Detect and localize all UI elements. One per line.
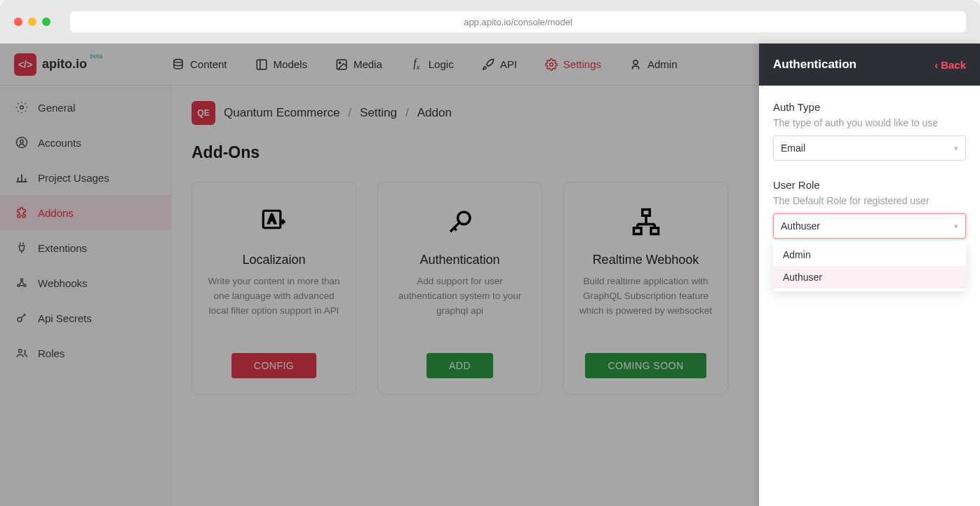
config-button[interactable]: CONFIG xyxy=(231,353,316,378)
breadcrumb-setting[interactable]: Setting xyxy=(360,106,397,120)
panel-body: Auth Type The type of auth you would lik… xyxy=(759,86,980,272)
card-webhook-desc: Build realtime application with GraphQL … xyxy=(577,274,715,338)
url-text: app.apito.io/console/model xyxy=(464,17,572,27)
sidebar-item-usages[interactable]: Project Usages xyxy=(0,160,171,195)
localization-icon: A xyxy=(260,201,289,243)
gear-icon xyxy=(15,101,28,114)
user-role-value: Authuser xyxy=(781,220,820,232)
coming-soon-button[interactable]: COMING SOON xyxy=(585,353,706,378)
svg-point-9 xyxy=(20,140,24,143)
sidebar-item-addons[interactable]: Addons xyxy=(0,195,171,230)
svg-rect-25 xyxy=(633,228,641,234)
card-authentication-desc: Add support for user authentication syst… xyxy=(391,274,529,338)
traffic-lights xyxy=(14,18,51,26)
sidebar-accounts-label: Accounts xyxy=(38,137,81,149)
svg-point-18 xyxy=(19,349,22,353)
card-webhook-title: Realtime Webhook xyxy=(593,253,699,267)
logo[interactable]: </> apito.io beta xyxy=(14,53,172,76)
nav-api[interactable]: API xyxy=(482,58,517,71)
breadcrumb-project[interactable]: Quantum Ecommerce xyxy=(224,106,340,120)
card-authentication: Authentication Add support for user auth… xyxy=(377,182,542,394)
logo-mark-icon: </> xyxy=(14,53,36,76)
panel-header: Authentication ‹ Back xyxy=(759,44,980,86)
nav-content-label: Content xyxy=(190,58,227,70)
gear-icon xyxy=(545,58,558,71)
svg-point-16 xyxy=(21,279,23,281)
nav-media[interactable]: Media xyxy=(335,58,382,71)
nav-content[interactable]: Content xyxy=(172,58,227,71)
auth-type-value: Email xyxy=(781,142,805,154)
add-button[interactable]: ADD xyxy=(427,353,493,378)
nav-api-label: API xyxy=(500,58,517,70)
puzzle-icon xyxy=(15,206,28,219)
nav-admin[interactable]: Admin xyxy=(629,58,678,71)
nav-settings[interactable]: Settings xyxy=(545,58,601,71)
auth-type-label: Auth Type xyxy=(773,101,966,113)
beta-badge: beta xyxy=(90,53,102,60)
svg-point-5 xyxy=(550,62,553,66)
window-minimize-icon[interactable] xyxy=(28,18,36,26)
nav-admin-label: Admin xyxy=(647,58,678,70)
sidebar-usages-label: Project Usages xyxy=(38,172,109,184)
user-icon xyxy=(629,58,642,71)
nav-logic[interactable]: fx Logic xyxy=(410,58,454,71)
function-icon: fx xyxy=(410,58,423,71)
nav-models-label: Models xyxy=(274,58,307,70)
url-bar[interactable]: app.apito.io/console/model xyxy=(70,11,966,32)
app-root: </> apito.io beta Content Models xyxy=(0,44,980,506)
breadcrumb-sep: / xyxy=(348,106,351,120)
auth-type-select[interactable]: Email ▾ xyxy=(773,135,966,161)
svg-point-14 xyxy=(18,284,20,286)
sidebar-addons-label: Addons xyxy=(38,207,74,219)
svg-point-17 xyxy=(18,317,22,321)
image-icon xyxy=(335,58,348,71)
sidebar-extentions-label: Extentions xyxy=(38,242,87,254)
nav-logic-label: Logic xyxy=(429,58,454,70)
user-role-field: User Role The Default Role for registere… xyxy=(773,179,966,239)
window-close-icon[interactable] xyxy=(14,18,22,26)
back-label: Back xyxy=(941,59,966,71)
panel-title: Authentication xyxy=(773,58,857,72)
sidebar-item-webhooks[interactable]: Webhooks xyxy=(0,265,171,300)
user-role-select[interactable]: Authuser ▾ Admin Authuser xyxy=(773,213,966,239)
plug-icon xyxy=(15,241,28,254)
nav-models[interactable]: Models xyxy=(255,58,307,71)
chevron-down-icon: ▾ xyxy=(954,222,958,231)
user-role-dropdown: Admin Authuser xyxy=(773,241,966,291)
webhook-icon xyxy=(15,277,28,289)
card-localization-title: Localizaion xyxy=(242,253,305,267)
users-icon xyxy=(15,347,28,359)
browser-chrome: app.apito.io/console/model xyxy=(0,0,980,44)
svg-text:A: A xyxy=(268,213,276,225)
sidebar-secrets-label: Api Secrets xyxy=(38,312,92,324)
rocket-icon xyxy=(482,58,495,71)
window-maximize-icon[interactable] xyxy=(42,18,51,26)
svg-rect-26 xyxy=(651,228,659,234)
sidebar-roles-label: Roles xyxy=(38,347,65,359)
user-role-hint: The Default Role for registered user xyxy=(773,195,966,206)
user-circle-icon xyxy=(15,136,28,149)
card-localization: A Localizaion Write your content in more… xyxy=(192,182,356,394)
sidebar-item-secrets[interactable]: Api Secrets xyxy=(0,300,171,335)
logo-label: apito.io xyxy=(42,57,87,71)
card-webhook: Realtime Webhook Build realtime applicat… xyxy=(563,182,728,394)
svg-point-4 xyxy=(339,62,340,63)
back-button[interactable]: ‹ Back xyxy=(934,59,966,71)
svg-rect-24 xyxy=(642,210,650,216)
svg-point-6 xyxy=(633,60,638,65)
svg-point-15 xyxy=(24,284,26,286)
dropdown-option-authuser[interactable]: Authuser xyxy=(773,266,966,288)
database-icon xyxy=(172,58,184,71)
sidebar-general-label: General xyxy=(38,102,75,114)
layout-icon xyxy=(255,58,268,71)
sidebar-item-extentions[interactable]: Extentions xyxy=(0,230,171,265)
svg-point-7 xyxy=(20,106,24,109)
sidebar: General Accounts Project Usages Addons xyxy=(0,86,172,506)
breadcrumb-addon[interactable]: Addon xyxy=(417,106,452,120)
dropdown-option-admin[interactable]: Admin xyxy=(773,244,966,266)
svg-point-0 xyxy=(174,59,182,62)
bar-chart-icon xyxy=(15,171,28,184)
sidebar-item-roles[interactable]: Roles xyxy=(0,335,171,371)
sidebar-item-general[interactable]: General xyxy=(0,90,171,125)
sidebar-item-accounts[interactable]: Accounts xyxy=(0,125,171,160)
